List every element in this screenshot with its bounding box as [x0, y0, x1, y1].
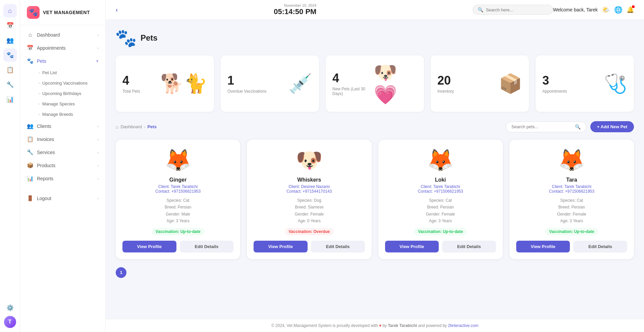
pet-avatar-ginger: 🦊 — [165, 148, 192, 173]
sidebar-label-dashboard: Dashboard — [37, 32, 60, 38]
sidebar-item-manage-breeds[interactable]: Manage Breeds — [33, 109, 105, 120]
globe-emoji: 🌐 — [614, 6, 623, 14]
pet-name-ginger: Ginger — [169, 177, 187, 183]
pets-search-input[interactable] — [512, 124, 572, 129]
chevron-icon-appointments: › — [97, 46, 99, 50]
sidebar-item-upcoming-birthdays[interactable]: Upcoming Birthdays — [33, 88, 105, 99]
sub-label-pet-list: Pet List — [42, 70, 57, 75]
left-icon-pets[interactable]: 🐾 — [3, 48, 17, 62]
chevron-icon-logout: › — [97, 196, 99, 200]
left-icon-reports[interactable]: 📊 — [3, 93, 17, 106]
stat-icon-pets: 🐕🐈 — [160, 73, 207, 95]
footer-text: © 2024, Vet Management System is proudly… — [271, 323, 378, 328]
sidebar-item-products[interactable]: 📦 Products › — [20, 159, 105, 172]
edit-details-button-loki[interactable]: Edit Details — [442, 241, 496, 252]
products-icon: 📦 — [27, 162, 34, 169]
edit-details-button-ginger[interactable]: Edit Details — [180, 241, 234, 252]
pet-client-tara: Client: Tarek Tarabichi — [552, 184, 592, 189]
sidebar-item-services[interactable]: 🔧 Services › — [20, 146, 105, 159]
user-avatar-small[interactable]: T — [4, 316, 16, 328]
main-content: ‹ November 10, 2024 05:14:50 PM 🔍 Welcom… — [106, 0, 644, 332]
sidebar-item-reports[interactable]: 📊 Reports › — [20, 172, 105, 185]
edit-details-button-tara[interactable]: Edit Details — [573, 241, 627, 252]
app-name: VET MANAGEMENT — [43, 10, 90, 15]
stat-card-inventory: 20 Inventory 📦 — [431, 55, 529, 112]
sidebar-item-upcoming-vaccinations[interactable]: Upcoming Vaccinations — [33, 78, 105, 88]
sidebar-item-dashboard[interactable]: ⌂ Dashboard › — [20, 29, 105, 41]
pet-avatar-loki: 🦊 — [427, 148, 454, 173]
sidebar-label-reports: Reports — [37, 176, 53, 181]
pet-card-actions-ginger: View Profile Edit Details — [122, 241, 233, 252]
pet-contact-loki: Contact: +971506621953 — [418, 189, 463, 194]
left-icon-home[interactable]: ⌂ — [3, 4, 17, 17]
view-profile-button-tara[interactable]: View Profile — [516, 241, 570, 252]
services-icon: 🔧 — [27, 149, 34, 155]
pet-card-ginger: 🦊 Ginger Client: Tarek Tarabichi Contact… — [116, 140, 240, 259]
avatar[interactable]: T — [4, 316, 16, 328]
header-center: November 10, 2024 05:14:50 PM — [118, 3, 473, 16]
left-icon-calendar[interactable]: 📅 — [3, 19, 17, 32]
stat-label-total: Total Pets — [122, 89, 140, 94]
breadcrumb-home-icon: ⌂ — [116, 124, 118, 130]
stat-number-overdue: 1 — [227, 74, 267, 88]
pet-details-loki: Species: Cat Breed: Persian Gender: Fema… — [426, 197, 455, 225]
vaccination-badge-loki: Vaccination: Up-to-date — [414, 228, 467, 235]
sub-label-breeds: Manage Breeds — [42, 112, 73, 117]
stat-label-new: New Pets (Last 30 Days) — [332, 87, 374, 96]
pet-name-loki: Loki — [435, 177, 446, 183]
pet-avatar-tara: 🦊 — [558, 148, 585, 173]
stat-icon-inventory: 📦 — [499, 73, 522, 95]
page-body: 🐾 Pets 4 Total Pets 🐕🐈 1 Overdue Vaccina — [106, 20, 644, 319]
header: ‹ November 10, 2024 05:14:50 PM 🔍 Welcom… — [106, 0, 644, 20]
left-icon-settings[interactable]: ⚙️ — [3, 301, 17, 315]
view-profile-button-whiskers[interactable]: View Profile — [254, 241, 308, 252]
chevron-icon-invoices: › — [97, 137, 99, 141]
stat-icon-vaccination: 💉 — [289, 73, 312, 95]
pet-card-actions-loki: View Profile Edit Details — [385, 241, 496, 252]
pets-search-bar[interactable]: 🔍 — [506, 122, 586, 132]
header-right: Welcome back, Tarek 🌤️ 🌐 🔔 — [553, 6, 634, 14]
footer-company-link[interactable]: 2tinteractive.com — [448, 323, 478, 328]
page-header: 🐾 Pets — [116, 28, 634, 48]
breadcrumb-home-link[interactable]: Dashboard — [120, 124, 142, 129]
pet-contact-ginger: Contact: +971506621953 — [155, 189, 201, 194]
header-time: 05:14:50 PM — [274, 7, 316, 16]
view-profile-button-loki[interactable]: View Profile — [385, 241, 439, 252]
page-button-1[interactable]: 1 — [116, 267, 126, 278]
logo-icon: 🐾 — [27, 6, 40, 19]
left-icon-tools[interactable]: 🔧 — [3, 78, 17, 91]
left-icon-rail: ⌂ 📅 👥 🐾 📋 🔧 📊 ⚙️ T — [0, 0, 20, 332]
sidebar-item-logout[interactable]: 🚪 Logout › — [20, 192, 105, 205]
left-icon-clients[interactable]: 👥 — [3, 34, 17, 47]
stat-label-overdue: Overdue Vaccinations — [227, 89, 267, 94]
pet-card-tara: 🦊 Tara Client: Tarek Tarabichi Contact: … — [509, 140, 634, 259]
stat-icon-appointments: 🩺 — [604, 73, 627, 95]
welcome-text: Welcome back, Tarek — [553, 7, 598, 12]
header-date: November 10, 2024 — [274, 3, 316, 7]
header-search-bar[interactable]: 🔍 — [473, 5, 553, 15]
stat-number-total: 4 — [122, 74, 140, 88]
pet-name-tara: Tara — [566, 177, 577, 183]
breadcrumb-separator: › — [144, 124, 145, 129]
chevron-icon-services: › — [97, 150, 99, 154]
left-icon-invoices[interactable]: 📋 — [3, 63, 17, 77]
sidebar-item-pets[interactable]: 🐾 Pets ∨ — [20, 54, 105, 67]
view-profile-button-ginger[interactable]: View Profile — [122, 241, 176, 252]
pet-avatar-whiskers: 🐶 — [296, 148, 323, 173]
stat-label-appointments: Appointments — [542, 89, 567, 94]
notification-bell-button[interactable]: 🔔 — [627, 6, 634, 13]
sidebar-item-clients[interactable]: 👥 Clients › — [20, 120, 105, 133]
sidebar-item-manage-species[interactable]: Manage Species — [33, 99, 105, 109]
pet-card-whiskers: 🐶 Whiskers Client: Desiree Nazario Conta… — [247, 140, 371, 259]
heart-icon: ♥ — [379, 323, 382, 328]
sidebar-item-appointments[interactable]: 📅 Appointments › — [20, 41, 105, 54]
header-search-input[interactable] — [486, 7, 548, 12]
stat-label-inventory: Inventory — [437, 89, 454, 94]
sidebar-item-pet-list[interactable]: Pet List — [33, 67, 105, 78]
edit-details-button-whiskers[interactable]: Edit Details — [311, 241, 365, 252]
sidebar-item-invoices[interactable]: 📋 Invoices › — [20, 133, 105, 146]
add-new-pet-button[interactable]: + Add New Pet — [590, 121, 634, 132]
sub-label-birthdays: Upcoming Birthdays — [42, 91, 81, 96]
pet-details-ginger: Species: Cat Breed: Persian Gender: Male… — [165, 197, 191, 225]
sub-label-vaccinations: Upcoming Vaccinations — [42, 81, 88, 86]
